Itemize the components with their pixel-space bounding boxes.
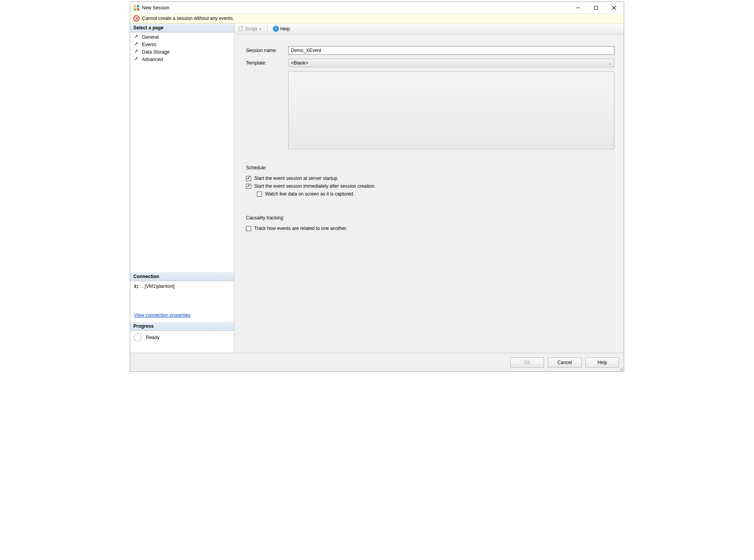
checkbox-icon (246, 176, 251, 181)
progress-spinner-icon (133, 333, 142, 342)
select-page-header: Select a page (130, 23, 234, 32)
chevron-down-icon: ⌄ (609, 61, 612, 65)
wrench-icon (134, 41, 140, 47)
close-button[interactable] (605, 2, 623, 14)
window-controls (569, 2, 623, 14)
svg-point-9 (137, 285, 138, 287)
checkbox-label: Start the event session immediately afte… (254, 183, 375, 189)
maximize-button[interactable] (587, 2, 605, 14)
server-icon (133, 284, 140, 290)
schedule-group-label: Schedule: (246, 165, 614, 171)
page-item-advanced[interactable]: Advanced (130, 56, 234, 63)
connection-body: . [VM1\jdantoni] (130, 281, 234, 293)
window-title: New Session (142, 5, 169, 11)
template-description-box: ˄ ˅ (288, 71, 614, 149)
main-split: Select a page General Events (130, 23, 624, 353)
checkbox-start-immediately[interactable]: Start the event session immediately afte… (246, 182, 614, 190)
form-area: Session name: Template: <Blank> ⌄ ˄ ˅ (234, 34, 624, 353)
checkbox-label: Start the event session at server startu… (254, 176, 338, 181)
connection-value: . [VM1\jdantoni] (142, 284, 174, 289)
help-label: Help (280, 26, 290, 32)
session-name-input[interactable] (288, 46, 614, 55)
page-label: Events (142, 42, 156, 47)
help-button-footer[interactable]: Help (585, 357, 619, 368)
error-message: Cannot create a session without any even… (142, 16, 234, 21)
svg-rect-1 (137, 5, 139, 7)
svg-rect-2 (134, 8, 136, 11)
session-name-label: Session name: (246, 48, 288, 53)
connection-header: Connection (130, 272, 234, 281)
svg-rect-0 (134, 5, 136, 7)
app-icon (133, 5, 140, 11)
checkbox-start-at-server-startup[interactable]: Start the event session at server startu… (246, 174, 614, 182)
template-label: Template: (246, 60, 288, 66)
view-connection-properties-link[interactable]: View connection properties (130, 312, 234, 322)
checkbox-label: Watch live data on screen as it is captu… (265, 191, 354, 197)
progress-header: Progress (130, 322, 234, 331)
page-label: Advanced (142, 57, 163, 62)
resize-grip[interactable] (618, 366, 623, 371)
page-item-data-storage[interactable]: Data Storage (130, 48, 234, 56)
checkbox-icon (246, 184, 251, 189)
footer: OK Cancel Help (130, 353, 624, 372)
wrench-icon (134, 34, 140, 40)
sidebar: Select a page General Events (130, 23, 234, 353)
page-label: General (142, 34, 159, 40)
checkbox-icon (246, 226, 251, 231)
page-label: Data Storage (142, 49, 170, 55)
svg-point-10 (137, 287, 138, 289)
checkbox-icon (257, 192, 262, 197)
causality-group-label: Causality tracking: (246, 215, 614, 221)
svg-rect-13 (239, 27, 242, 31)
svg-rect-5 (594, 6, 598, 9)
page-list: General Events Data Storage (130, 32, 234, 64)
page-item-events[interactable]: Events (130, 41, 234, 48)
error-bar: ✕ Cannot create a session without any ev… (130, 14, 624, 23)
content-panel: Script ▾ ? Help Session name: Template: (234, 23, 624, 353)
scroll-down-icon[interactable]: ˅ (611, 144, 613, 148)
script-dropdown[interactable]: Script ▾ (237, 25, 263, 32)
checkbox-watch-live-data[interactable]: Watch live data on screen as it is captu… (246, 190, 614, 198)
wrench-icon (134, 56, 140, 62)
scroll-up-icon[interactable]: ˄ (611, 73, 613, 77)
help-button[interactable]: ? Help (271, 25, 292, 32)
help-icon: ? (273, 26, 279, 32)
svg-rect-8 (135, 285, 136, 288)
wrench-icon (134, 49, 140, 55)
dialog-window: New Session ✕ Cannot create a session wi… (130, 2, 624, 372)
svg-rect-3 (137, 8, 139, 11)
toolbar-separator (267, 25, 267, 32)
progress-body: Ready (130, 331, 234, 344)
cancel-button[interactable]: Cancel (548, 357, 582, 368)
chevron-down-icon: ▾ (260, 27, 262, 31)
checkbox-causality-tracking[interactable]: Track how events are related to one anot… (246, 224, 614, 232)
template-dropdown[interactable]: <Blank> ⌄ (288, 59, 614, 67)
error-icon: ✕ (133, 15, 140, 22)
titlebar: New Session (130, 2, 624, 14)
progress-status: Ready (146, 335, 160, 340)
script-icon (238, 26, 244, 32)
ok-button[interactable]: OK (510, 357, 544, 368)
script-label: Script (245, 26, 257, 32)
template-value: <Blank> (291, 60, 308, 66)
page-item-general[interactable]: General (130, 33, 234, 41)
content-toolbar: Script ▾ ? Help (234, 23, 624, 34)
checkbox-label: Track how events are related to one anot… (254, 226, 347, 231)
minimize-button[interactable] (569, 2, 587, 14)
